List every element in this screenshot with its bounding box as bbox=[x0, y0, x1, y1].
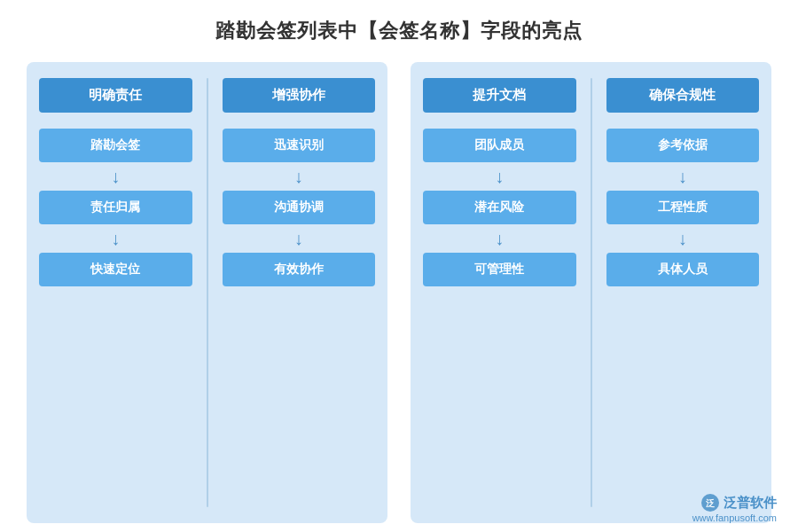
main-content: 明确责任 踏勘会签 ↓ 责任归属 ↓ 快速定位 增强协作 迅速识别 ↓ 沟通协调… bbox=[27, 62, 771, 523]
panel-gap bbox=[398, 62, 411, 523]
arrow-down-icon: ↓ bbox=[678, 168, 687, 185]
col1-header: 明确责任 bbox=[39, 78, 192, 113]
col3-header: 提升文档 bbox=[423, 78, 576, 113]
arrow-down-icon: ↓ bbox=[495, 168, 504, 185]
column-3: 提升文档 团队成员 ↓ 潜在风险 ↓ 可管理性 bbox=[423, 78, 576, 507]
col1-item2: 责任归属 bbox=[39, 191, 192, 224]
col2-item1: 迅速识别 bbox=[223, 129, 376, 162]
col4-item2: 工程性质 bbox=[606, 191, 760, 224]
arrow-down-icon: ↓ bbox=[678, 230, 687, 247]
svg-text:泛: 泛 bbox=[706, 498, 716, 508]
arrow-down-icon: ↓ bbox=[294, 168, 303, 185]
column-4: 确保合规性 参考依据 ↓ 工程性质 ↓ 具体人员 bbox=[606, 78, 760, 507]
column-2: 增强协作 迅速识别 ↓ 沟通协调 ↓ 有效协作 bbox=[223, 78, 376, 507]
page-container: 踏勘会签列表中【会签名称】字段的亮点 明确责任 踏勘会签 ↓ 责任归属 ↓ 快速… bbox=[0, 0, 798, 532]
arrow-down-icon: ↓ bbox=[495, 230, 504, 247]
right-panel: 提升文档 团队成员 ↓ 潜在风险 ↓ 可管理性 确保合规性 参考依据 ↓ 工程性… bbox=[411, 62, 771, 523]
col4-item3: 具体人员 bbox=[606, 253, 760, 286]
col4-item1: 参考依据 bbox=[606, 129, 760, 162]
brand-logo: 泛 泛普软件 bbox=[700, 493, 777, 512]
fanpu-logo-icon: 泛 bbox=[700, 493, 720, 512]
col1-item1: 踏勘会签 bbox=[39, 129, 192, 162]
watermark: 泛 泛普软件 www.fanpusoft.com bbox=[692, 493, 777, 523]
arrow-down-icon: ↓ bbox=[111, 230, 120, 247]
col4-header: 确保合规性 bbox=[606, 78, 760, 113]
column-1: 明确责任 踏勘会签 ↓ 责任归属 ↓ 快速定位 bbox=[39, 78, 192, 507]
col2-header: 增强协作 bbox=[223, 78, 376, 113]
divider bbox=[591, 78, 592, 507]
col3-item1: 团队成员 bbox=[423, 129, 576, 162]
col1-item3: 快速定位 bbox=[39, 253, 192, 286]
col2-item2: 沟通协调 bbox=[223, 191, 376, 224]
divider bbox=[207, 78, 208, 507]
col2-item3: 有效协作 bbox=[223, 253, 376, 286]
arrow-down-icon: ↓ bbox=[294, 230, 303, 247]
brand-url: www.fanpusoft.com bbox=[692, 512, 777, 523]
col3-item2: 潜在风险 bbox=[423, 191, 576, 224]
left-panel: 明确责任 踏勘会签 ↓ 责任归属 ↓ 快速定位 增强协作 迅速识别 ↓ 沟通协调… bbox=[27, 62, 387, 523]
arrow-down-icon: ↓ bbox=[111, 168, 120, 185]
page-title: 踏勘会签列表中【会签名称】字段的亮点 bbox=[215, 18, 583, 44]
col3-item3: 可管理性 bbox=[423, 253, 576, 286]
